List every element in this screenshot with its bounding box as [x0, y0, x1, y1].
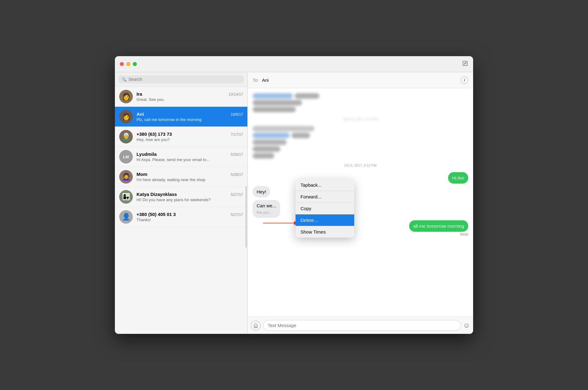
conv-header-ira: Ira 10/14/17 — [136, 91, 243, 97]
context-menu-item-forward[interactable]: Forward... — [296, 191, 354, 203]
conv-preview-ani: Plz, call me tomorrow in the morning — [136, 117, 243, 122]
avatar-ani: 👩 — [119, 110, 133, 123]
read-label: Read — [460, 232, 468, 236]
conversation-item-mom[interactable]: 👩‍🦱 Mom 5/28/17 I'm here already, waitin… — [115, 167, 247, 187]
conv-header-phone1: +380 (63) 173 73 7/17/17 — [136, 131, 243, 137]
blurred-messages-middle — [253, 126, 468, 159]
bubble-call-me-text: all me tomorrow morning — [413, 223, 464, 229]
conv-preview-ira: Great. See you. — [136, 97, 243, 102]
conv-date-phone1: 7/17/17 — [231, 132, 243, 137]
conv-header-lyudmila: Lyudmila 5/30/17 — [136, 151, 243, 157]
chat-to-name: Ani — [262, 77, 269, 83]
context-menu-item-show-times[interactable]: Show Times — [296, 226, 354, 238]
close-button[interactable] — [120, 62, 124, 66]
conv-preview-lyudmila: Hi Asya. Please, send me your email to..… — [136, 157, 243, 162]
conversation-item-lyudmila[interactable]: LM Lyudmila 5/30/17 Hi Asya. Please, sen… — [115, 147, 247, 167]
conv-name-lyudmila: Lyudmila — [136, 151, 157, 157]
conv-body-ani: Ani 10/5/17 Plz, call me tomorrow in the… — [136, 111, 243, 122]
context-menu: Tapback... Forward... Copy Delete... Sho… — [296, 179, 354, 238]
chat-to: To: Ani — [253, 77, 269, 83]
traffic-lights — [120, 62, 137, 66]
search-input-wrap: 🔍 — [119, 75, 244, 83]
avatar-ira: 👩 — [119, 90, 133, 103]
conv-preview-katya: Hi! Do you have any plans for weekends? — [136, 197, 243, 202]
blurred-messages-top — [253, 93, 468, 112]
search-input[interactable] — [128, 77, 241, 82]
conv-preview-phone2: Thanks! — [136, 218, 243, 222]
conversation-item-ani[interactable]: 👩 Ani 10/5/17 Plz, call me tomorrow in t… — [115, 107, 247, 127]
conv-name-ani: Ani — [136, 111, 144, 117]
conv-date-ira: 10/14/17 — [229, 92, 243, 97]
apps-button[interactable] — [251, 321, 261, 330]
conv-header-katya: Katya Dizaynklass 5/27/17 — [136, 192, 243, 197]
conv-preview-mom: I'm here already, waiting near the shop — [136, 177, 243, 182]
chat-input-bar: ☺ — [248, 317, 473, 334]
conv-body-katya: Katya Dizaynklass 5/27/17 Hi! Do you hav… — [136, 192, 243, 202]
conv-date-mom: 5/28/17 — [231, 172, 243, 177]
conv-date-lyudmila: 5/30/17 — [231, 152, 243, 157]
conv-body-phone1: +380 (63) 173 73 7/17/17 Hey, how are yo… — [136, 131, 243, 142]
search-bar: 🔍 — [115, 72, 247, 87]
avatar-phone2: 👤 — [119, 210, 133, 224]
conversation-item-phone2[interactable]: 👤 +380 (50) 405 01 3 5/27/17 Thanks! — [115, 207, 247, 227]
conv-header-ani: Ani 10/5/17 — [136, 111, 243, 117]
bubble-hi-ani: Hi Ani — [448, 172, 468, 184]
conversation-list: 👩 Ira 10/14/17 Great. See you. 👩 — [115, 87, 247, 334]
avatar-mom: 👩‍🦱 — [119, 170, 133, 184]
conv-header-phone2: +380 (50) 405 01 3 5/27/17 — [136, 212, 243, 217]
conv-name-phone1: +380 (63) 173 73 — [136, 131, 172, 137]
conv-name-phone2: +380 (50) 405 01 3 — [136, 212, 176, 217]
scrollbar[interactable] — [246, 186, 247, 248]
messages-window: 🔍 👩 Ira 10/14/17 Great. See you. — [115, 56, 473, 334]
search-icon: 🔍 — [122, 77, 127, 82]
conv-date-ani: 10/5/17 — [231, 112, 243, 117]
message-timestamp: Oct 5, 2017, 9:13 PM — [253, 164, 468, 167]
bubble-can-we: Can we... the pro... — [253, 200, 280, 218]
context-menu-item-copy[interactable]: Copy — [296, 203, 354, 214]
text-message-input[interactable] — [263, 320, 461, 331]
message-can-we: Can we... the pro... — [253, 200, 468, 218]
conv-name-ira: Ira — [136, 91, 142, 97]
conv-body-mom: Mom 5/28/17 I'm here already, waiting ne… — [136, 172, 243, 182]
chat-messages: Sep 22, 2017, 3:14 PM Oct 5, 2017, 9:13 … — [248, 88, 473, 317]
avatar-lyudmila: LM — [119, 150, 133, 164]
conversation-item-ira[interactable]: 👩 Ira 10/14/17 Great. See you. — [115, 87, 247, 107]
conv-date-katya: 5/27/17 — [231, 193, 243, 197]
context-menu-item-tapback[interactable]: Tapback... — [296, 179, 354, 191]
conversation-item-katya[interactable]: 👩‍👧 Katya Dizaynklass 5/27/17 Hi! Do you… — [115, 187, 247, 207]
minimize-button[interactable] — [126, 62, 130, 66]
bubble-hey: Hey! — [253, 186, 270, 197]
conv-header-mom: Mom 5/28/17 — [136, 172, 243, 177]
blurred-timestamp: Sep 22, 2017, 3:14 PM — [253, 117, 468, 121]
conv-date-phone2: 5/27/17 — [231, 213, 243, 217]
conv-body-phone2: +380 (50) 405 01 3 5/27/17 Thanks! — [136, 212, 243, 222]
conversation-item-phone1[interactable]: 👨‍🦳 +380 (63) 173 73 7/17/17 Hey, how ar… — [115, 127, 247, 147]
chat-header: To: Ani i — [248, 72, 473, 88]
message-call-me: all me tomorrow morning Read — [253, 220, 468, 236]
conv-preview-phone1: Hey, how are you? — [136, 137, 243, 142]
chat-panel: To: Ani i Sep 22, — [248, 72, 473, 334]
context-menu-item-delete[interactable]: Delete... — [296, 214, 354, 226]
chat-to-label: To: — [253, 77, 259, 83]
conv-name-mom: Mom — [136, 172, 147, 177]
chat-info-button[interactable]: i — [461, 77, 468, 84]
avatar-phone1: 👨‍🦳 — [119, 130, 133, 143]
conv-body-lyudmila: Lyudmila 5/30/17 Hi Asya. Please, send m… — [136, 151, 243, 162]
avatar-katya: 👩‍👧 — [119, 190, 133, 204]
svg-rect-1 — [255, 326, 256, 328]
conv-name-katya: Katya Dizaynklass — [136, 192, 177, 197]
compose-button[interactable] — [462, 60, 468, 68]
main-content: 🔍 👩 Ira 10/14/17 Great. See you. — [115, 72, 473, 334]
emoji-button[interactable]: ☺ — [463, 322, 470, 330]
sidebar: 🔍 👩 Ira 10/14/17 Great. See you. — [115, 72, 248, 334]
bubble-call-me[interactable]: all me tomorrow morning — [409, 220, 468, 232]
message-hi-ani: Hi Ani — [253, 172, 468, 184]
message-hey: Hey! — [253, 186, 468, 197]
conv-body-ira: Ira 10/14/17 Great. See you. — [136, 91, 243, 102]
svg-rect-0 — [463, 61, 467, 65]
maximize-button[interactable] — [133, 62, 137, 66]
titlebar — [115, 56, 473, 72]
